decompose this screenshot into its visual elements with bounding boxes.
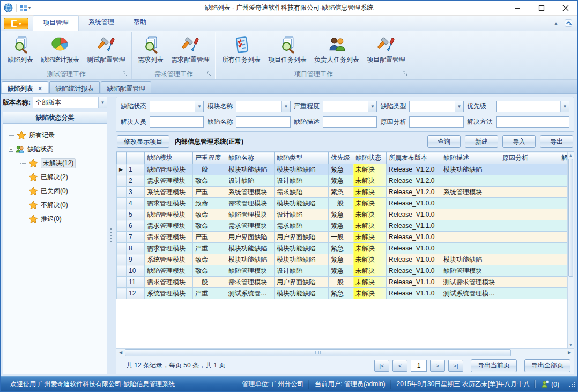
ribbon-tab-系统管理[interactable]: 系统管理 — [79, 15, 124, 31]
tree-item-不解决(0)[interactable]: 不解决(0) — [20, 198, 106, 212]
tree-item-所有记录[interactable]: 所有记录 — [9, 128, 106, 142]
scroll-up-icon[interactable]: ▲ — [568, 152, 574, 158]
horizontal-scroll-thumb[interactable] — [125, 349, 511, 356]
scroll-down-icon[interactable]: ▼ — [568, 342, 574, 348]
filter-input-解决人员[interactable] — [150, 116, 204, 128]
table-row[interactable]: 7需求管理模块严重用户界面缺陷用户界面缺陷一般未解决Release_V1.0.0 — [117, 232, 568, 243]
ribbon-tab-帮助[interactable]: 帮助 — [124, 15, 156, 31]
column-header-缺陷状态[interactable]: 缺陷状态 — [353, 152, 387, 164]
close-tab-icon[interactable]: ✕ — [38, 85, 42, 92]
modify-columns-button[interactable]: 修改显示项目 — [117, 135, 169, 148]
page-number-input[interactable]: 1 — [411, 360, 427, 372]
scroll-right-icon[interactable]: ▶ — [565, 350, 574, 355]
tree-connector — [20, 205, 26, 205]
dialog-launcher-icon[interactable] — [122, 71, 128, 77]
splitter-handle[interactable] — [109, 94, 114, 376]
cell — [559, 164, 568, 175]
table-row[interactable]: 9系统管理模块致命模块功能缺陷模块功能缺陷紧急未解决Release_V1.0.0… — [117, 254, 568, 265]
prev-page-button[interactable]: < — [392, 360, 407, 372]
ribbon-button-需求配置管理[interactable]: 需求配置管理 — [167, 33, 213, 65]
version-select[interactable]: 全部版本 ▼ — [33, 97, 107, 108]
filter-input-原因分析[interactable] — [409, 116, 463, 128]
ribbon-button-负责人任务列表[interactable]: 负责人任务列表 — [310, 33, 363, 65]
filter-select-缺陷状态[interactable]: ▼ — [150, 101, 204, 112]
table-row[interactable]: 6需求管理模块致命需求管理模块需求缺陷紧急未解决Release_V1.1.0 — [117, 220, 568, 232]
table-row[interactable]: ▶1缺陷管理模块一般模块功能缺陷模块功能缺陷紧急未解决Release_V1.2.… — [117, 164, 568, 175]
search-button[interactable]: 查询 — [427, 135, 461, 148]
vertical-scroll-thumb[interactable] — [568, 159, 573, 277]
filter-input-缺陷描述[interactable] — [323, 116, 377, 128]
export-all-pages-button[interactable]: 导出全部页 — [524, 359, 570, 372]
table-row[interactable]: 2需求管理模块致命设计缺陷设计缺陷紧急未解决Release_V1.2.0 — [117, 175, 568, 187]
filter-input-缺陷名称[interactable] — [236, 116, 291, 128]
document-tab-缺陷配置管理[interactable]: 缺陷配置管理 — [101, 81, 151, 93]
horizontal-scrollbar[interactable]: ◀ ▶ — [116, 348, 574, 357]
import-button[interactable]: 导入 — [502, 135, 536, 148]
filter-select-缺陷类型[interactable]: ▼ — [409, 101, 463, 112]
help-icon[interactable] — [564, 19, 573, 27]
quick-access-toolbar-button[interactable]: ▾ — [20, 4, 31, 12]
tree-expander-icon[interactable]: − — [9, 147, 13, 152]
filter-select-优先级[interactable]: ▼ — [496, 101, 569, 112]
ribbon-button-测试配置管理[interactable]: 测试配置管理 — [83, 33, 129, 65]
ribbon-button-需求列表[interactable]: 需求列表 — [134, 33, 167, 65]
close-button[interactable] — [553, 1, 577, 15]
tree-item-缺陷状态[interactable]: −缺陷状态 — [9, 142, 106, 156]
table-row[interactable]: 8需求管理模块严重模块功能缺陷模块功能缺陷紧急未解决Release_V1.0.0 — [117, 243, 568, 254]
star-icon — [28, 201, 38, 210]
tree-item-已解决(2)[interactable]: 已解决(2) — [20, 170, 106, 184]
table-row[interactable]: 3系统管理模块严重系统管理模块需求缺陷紧急未解决Release_V1.2.0系统… — [117, 187, 568, 198]
ribbon-tab-项目管理[interactable]: 项目管理 — [33, 15, 79, 31]
dialog-launcher-icon[interactable] — [402, 71, 408, 77]
vertical-scrollbar[interactable]: ▲ ▼ — [567, 152, 574, 348]
filter-select-模块名称[interactable]: ▼ — [236, 101, 291, 112]
column-header-原因分析[interactable]: 原因分析 — [500, 152, 559, 164]
export-current-page-button[interactable]: 导出当前页 — [471, 359, 517, 372]
column-header-缺陷类型[interactable]: 缺陷类型 — [275, 152, 329, 164]
cell: 设计缺陷 — [226, 175, 275, 187]
ribbon-button-缺陷列表[interactable]: 缺陷列表 — [4, 33, 37, 65]
table-row[interactable]: 5缺陷管理模块致命缺陷管理模块设计缺陷紧急未解决Release_V1.0.0 — [117, 209, 568, 220]
export-button[interactable]: 导出 — [540, 135, 573, 148]
last-page-button[interactable]: >| — [448, 360, 463, 372]
minimize-button[interactable] — [505, 1, 529, 15]
scroll-left-icon[interactable]: ◀ — [116, 350, 125, 355]
maximize-button[interactable] — [529, 1, 553, 15]
table-row[interactable]: 4需求管理模块致命需求管理模块模块功能缺陷一般未解决Release_V1.0.0 — [117, 198, 568, 209]
document-tab-缺陷列表[interactable]: 缺陷列表✕ — [2, 81, 48, 93]
next-page-button[interactable]: > — [430, 360, 445, 372]
tree-item-未解决(12)[interactable]: 未解决(12) — [20, 156, 106, 170]
application-menu-button[interactable]: ▾ — [4, 18, 28, 29]
ribbon-button-缺陷统计报表[interactable]: 缺陷统计报表 — [37, 33, 83, 65]
ribbon-button-项目任务列表[interactable]: 项目任务列表 — [264, 33, 310, 65]
dialog-launcher-icon[interactable] — [206, 71, 212, 77]
messages-indicator[interactable]: (0) — [535, 380, 565, 388]
column-header-所属发布版本[interactable]: 所属发布版本 — [387, 152, 441, 164]
resize-grip[interactable] — [569, 381, 575, 388]
filter-select-严重程度[interactable]: ▼ — [323, 101, 377, 112]
column-header-优先级[interactable]: 优先级 — [329, 152, 353, 164]
new-button[interactable]: 新建 — [465, 135, 498, 148]
table-row[interactable]: 12系统管理模块严重测试系统管理...模块功能缺陷紧急未解决Release_V1… — [117, 288, 568, 299]
tree-item-已关闭(0)[interactable]: 已关闭(0) — [20, 184, 106, 198]
cell: 用户界面缺陷 — [226, 232, 275, 243]
column-header-严重程度[interactable]: 严重程度 — [193, 152, 226, 164]
collapse-ribbon-icon[interactable]: ▲ — [553, 20, 559, 26]
filter-input-解决方法[interactable] — [496, 116, 569, 128]
cell — [559, 209, 568, 220]
ribbon-button-项目配置管理[interactable]: 项目配置管理 — [363, 33, 409, 65]
cell: 系统管理模块 — [145, 187, 193, 198]
column-header-缺陷描述[interactable]: 缺陷描述 — [441, 152, 500, 164]
column-header-缺陷模块[interactable]: 缺陷模块 — [145, 152, 193, 164]
document-tab-缺陷统计报表[interactable]: 缺陷统计报表 — [49, 81, 100, 93]
first-page-button[interactable]: |< — [374, 360, 389, 372]
cell: 缺陷管理模块 — [145, 164, 193, 175]
tree-connector — [20, 177, 26, 177]
tree-item-推迟(0)[interactable]: 推迟(0) — [20, 212, 106, 226]
column-header-缺陷名称[interactable]: 缺陷名称 — [226, 152, 275, 164]
column-header-解决方法[interactable]: 解决方法 — [559, 152, 568, 164]
table-row[interactable]: 10缺陷管理模块致命缺陷管理模块设计缺陷紧急未解决Release_V1.0.0缺… — [117, 265, 568, 277]
ribbon-button-所有任务列表[interactable]: 所有任务列表 — [218, 33, 264, 65]
table-row[interactable]: 11需求管理模块一般需求管理模块用户界面缺陷一般未解决Release_V1.1.… — [117, 277, 568, 288]
chevron-down-icon: ▼ — [368, 101, 376, 112]
